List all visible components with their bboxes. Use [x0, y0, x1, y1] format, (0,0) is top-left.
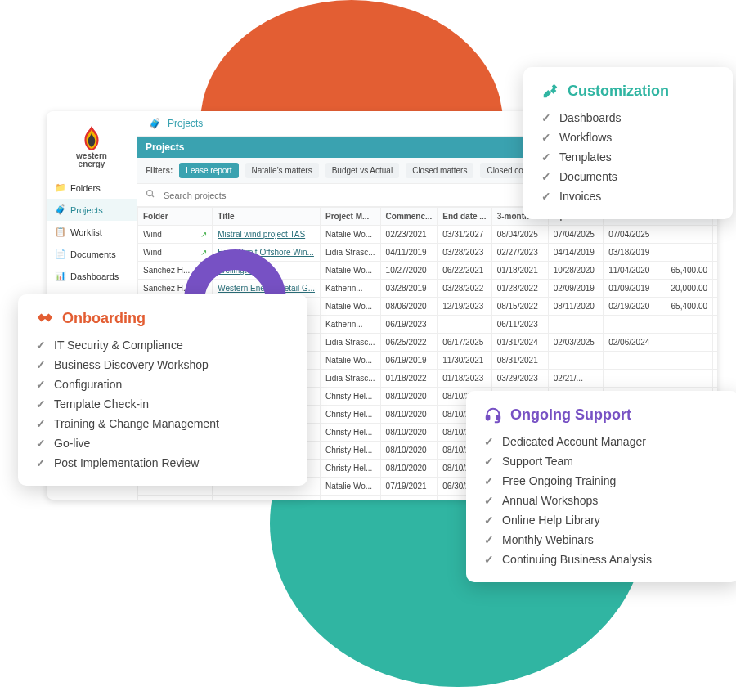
nav-icon: 🧳 — [55, 204, 65, 215]
cell: Natalie Wo... — [321, 298, 381, 316]
check-icon: ✓ — [541, 170, 551, 183]
cell: 08/10/2020 — [380, 406, 438, 424]
check-icon: ✓ — [484, 553, 494, 566]
cell: 11/04/2020 — [604, 262, 666, 280]
check-icon: ✓ — [36, 358, 46, 371]
list-label: Continuing Business Analysis — [502, 553, 652, 566]
list-item: ✓Support Team — [484, 451, 721, 471]
column-header[interactable] — [195, 208, 213, 226]
cell: 06/11/2023 — [491, 316, 548, 334]
check-icon: ✓ — [484, 514, 494, 527]
cell — [604, 316, 666, 334]
list-item: ✓Post Implementation Review — [36, 453, 289, 473]
cell: 04/11/2019 — [380, 244, 438, 262]
check-icon: ✓ — [541, 111, 551, 124]
side-nav: 📁Folders🧳Projects📋Worklist📄Documents📊Das… — [47, 177, 137, 308]
card-list: ✓Dedicated Account Manager✓Support Team✓… — [484, 432, 721, 569]
filter-pill[interactable]: Natalie's matters — [245, 163, 319, 178]
card-title: Customization — [568, 83, 669, 100]
cell: 65,400.00 — [666, 298, 713, 316]
cell: 02/09/2019 — [548, 280, 603, 298]
list-item: ✓Go-live — [36, 433, 289, 453]
cell — [713, 226, 717, 244]
list-item: ✓Templates — [541, 147, 715, 167]
cell: 08/10/2020 — [380, 460, 438, 478]
cell — [666, 244, 713, 262]
svg-line-1 — [152, 195, 155, 198]
table-row[interactable]: Wind↗Mistral wind project TASNatalie Wo.… — [138, 226, 718, 244]
list-item: ✓Documents — [541, 167, 715, 186]
filter-pill[interactable]: Budget vs Actual — [325, 163, 400, 178]
list-item: ✓Dashboards — [541, 108, 715, 128]
list-item: ✓Online Help Library — [484, 510, 721, 530]
list-label: Template Check-in — [54, 397, 149, 411]
list-item: ✓Dedicated Account Manager — [484, 432, 721, 451]
cell: 07/19/2021 — [380, 478, 438, 496]
handshake-icon — [36, 309, 54, 327]
cell: 01/09/2019 — [604, 280, 666, 298]
cell: 07/04/2025 — [548, 226, 603, 244]
cell: Christy Hel... — [321, 460, 381, 478]
list-label: Documents — [559, 170, 617, 183]
column-header[interactable]: Folder — [138, 208, 195, 226]
filter-pill[interactable]: Lease report — [179, 163, 238, 178]
cell: 03/18/2019 — [604, 244, 666, 262]
card-customization: Customization ✓Dashboards✓Workflows✓Temp… — [523, 67, 733, 219]
svg-rect-2 — [487, 415, 490, 420]
column-header[interactable]: Commenc... — [380, 208, 438, 226]
cell: 3 years — [713, 298, 717, 316]
list-item: ✓IT Security & Compliance — [36, 335, 289, 355]
nav-label: Projects — [70, 205, 103, 215]
sidebar-item-folders[interactable]: 📁Folders — [47, 177, 137, 199]
cell: 08/06/2020 — [380, 298, 438, 316]
column-header[interactable]: Project M... — [321, 208, 381, 226]
cell: Natalie Wo... — [321, 226, 381, 244]
cell — [713, 244, 717, 262]
cell: Lidia Strasc... — [321, 496, 381, 500]
list-item: ✓Template Check-in — [36, 394, 289, 414]
list-item: ✓Free Ongoing Training — [484, 471, 721, 491]
cell: Sanchez H... — [138, 262, 195, 280]
cell: 3 years — [713, 262, 717, 280]
list-label: Dashboards — [559, 111, 622, 124]
sidebar-item-dashboards[interactable]: 📊Dashboards — [47, 265, 137, 287]
sidebar-item-worklist[interactable]: 📋Worklist — [47, 221, 137, 243]
list-label: Monthly Webinars — [502, 533, 594, 546]
svg-rect-3 — [497, 415, 500, 420]
search-icon — [146, 189, 155, 201]
cell — [713, 352, 717, 370]
card-onboarding: Onboarding ✓IT Security & Compliance✓Bus… — [18, 294, 307, 486]
cell: Mistral wind project TAS — [213, 226, 321, 244]
cell — [666, 370, 713, 388]
filter-pill[interactable]: Closed matters — [406, 163, 473, 178]
cell: 11/30/2021 — [438, 352, 491, 370]
list-item: ✓Monthly Webinars — [484, 530, 721, 550]
check-icon: ✓ — [484, 474, 494, 487]
nav-icon: 📊 — [55, 271, 65, 281]
column-header[interactable]: End date ... — [438, 208, 491, 226]
headset-icon — [484, 406, 502, 424]
cell: 01/18/2023 — [438, 370, 491, 388]
cell: Natalie Wo... — [321, 478, 381, 496]
column-header[interactable]: Title — [213, 208, 321, 226]
sidebar-item-projects[interactable]: 🧳Projects — [47, 199, 137, 221]
briefcase-icon: 🧳 — [149, 118, 161, 129]
cell: 06/19/2023 — [380, 316, 438, 334]
list-item: ✓Continuing Business Analysis — [484, 550, 721, 569]
list-label: Dedicated Account Manager — [502, 435, 646, 448]
cell — [666, 316, 713, 334]
nav-icon: 📄 — [55, 249, 65, 259]
card-list: ✓Dashboards✓Workflows✓Templates✓Document… — [541, 108, 715, 206]
cell: 02/27/2023 — [491, 244, 548, 262]
cell: Natalie Wo... — [321, 262, 381, 280]
cell: 02/06/2024 — [604, 334, 666, 352]
sidebar-item-documents[interactable]: 📄Documents — [47, 243, 137, 265]
check-icon: ✓ — [36, 397, 46, 411]
list-label: Configuration — [54, 378, 122, 391]
cell: Lidia Strasc... — [321, 334, 381, 352]
cell: 03/28/2023 — [438, 244, 491, 262]
nav-label: Worklist — [70, 227, 102, 237]
cell: Katherin... — [321, 280, 381, 298]
share-icon: ↗ — [195, 226, 213, 244]
cell — [213, 496, 321, 500]
